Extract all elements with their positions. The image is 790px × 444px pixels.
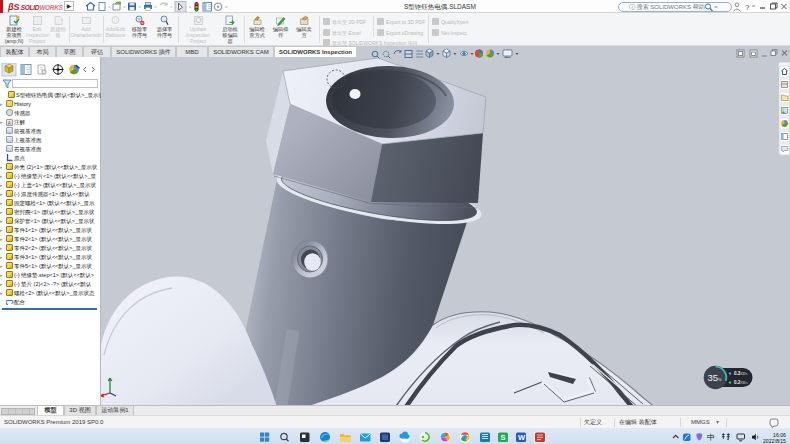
svg-text:中: 中 [707, 433, 715, 442]
svg-text:?: ? [745, 3, 750, 12]
svg-text:S: S [501, 433, 506, 442]
svg-text:W: W [518, 433, 526, 442]
svg-text:0.2KB/s: 0.2KB/s [734, 380, 748, 385]
svg-text:2022/8/15: 2022/8/15 [763, 437, 786, 443]
svg-text:0.3KB/s: 0.3KB/s [734, 371, 748, 376]
